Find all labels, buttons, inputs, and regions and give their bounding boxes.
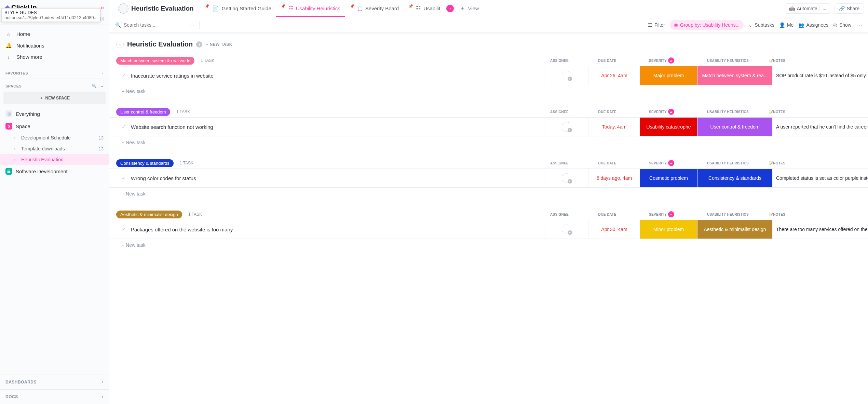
col-severity[interactable]: SEVERITY▲: [633, 109, 690, 115]
tabs-next-button[interactable]: ›: [446, 5, 454, 12]
collapse-list-icon[interactable]: ⌄: [116, 41, 124, 48]
search-more-icon[interactable]: ⋯: [188, 21, 194, 29]
subtasks-button[interactable]: ⌄Subtasks: [748, 22, 774, 28]
severity-cell[interactable]: Usability catastrophe: [640, 118, 697, 136]
sidebar-software-dev[interactable]: ☰ Software Development: [0, 165, 109, 177]
col-notes[interactable]: 📝NOTES: [765, 57, 861, 64]
task-row[interactable]: ✓ Inaccurate service ratings in website …: [109, 66, 868, 85]
severity-cell[interactable]: Cosmetic problem: [640, 169, 697, 187]
task-row[interactable]: ✓ Wrong color codes for status 6 days ag…: [109, 169, 868, 188]
col-notes[interactable]: 📝NOTES: [765, 160, 861, 166]
view-tab[interactable]: 📌▢Severity Board: [345, 0, 404, 17]
add-assignee-icon[interactable]: [562, 71, 571, 80]
status-check-icon[interactable]: ✓: [122, 72, 126, 79]
group-header[interactable]: Match between system & real world 1 TASK…: [109, 55, 868, 66]
chevron-down-icon[interactable]: ⌄: [819, 6, 827, 11]
col-due[interactable]: DUE DATE: [582, 160, 633, 166]
notes-cell[interactable]: A user reported that he can't find the c…: [772, 118, 868, 136]
group-header[interactable]: User control & freedom 1 TASK ASSIGNEE D…: [109, 106, 868, 117]
assignees-button[interactable]: 👥Assignees: [798, 22, 828, 28]
new-task-button[interactable]: + New task: [109, 239, 868, 251]
spaces-search-icon[interactable]: 🔍: [92, 84, 97, 88]
status-check-icon[interactable]: ✓: [122, 124, 126, 130]
notes-cell[interactable]: There are too many services offered on t…: [772, 220, 868, 239]
task-name[interactable]: Wrong color codes for status: [131, 175, 196, 181]
severity-cell[interactable]: Major problem: [640, 66, 697, 85]
sidebar-everything[interactable]: ⊞ Everything: [0, 108, 109, 120]
col-heuristics[interactable]: USABILITY HEURISTICS: [690, 160, 765, 166]
col-heuristics[interactable]: USABILITY HEURISTICS: [690, 211, 765, 217]
notes-cell[interactable]: Completed status is set as color purple …: [772, 169, 868, 187]
due-cell[interactable]: Apr 30, 4am: [588, 220, 640, 239]
col-assignee[interactable]: ASSIGNEE: [537, 160, 582, 166]
sidebar-list-item[interactable]: ○Template downloads13: [0, 143, 109, 154]
due-cell[interactable]: 6 days ago, 4am: [588, 169, 640, 187]
chevron-down-icon[interactable]: ⌄: [100, 84, 104, 88]
view-tab[interactable]: 📌📄Getting Started Guide: [200, 0, 276, 17]
sidebar-list-item[interactable]: ○Heuristic Evaluation: [0, 154, 109, 165]
add-assignee-icon[interactable]: [562, 173, 571, 183]
new-task-button[interactable]: + New task: [109, 136, 868, 149]
heuristic-cell[interactable]: Aesthetic & minimalist design: [697, 220, 772, 239]
view-tab[interactable]: 📌☷Usability Heiuristics: [276, 0, 345, 17]
task-row[interactable]: ✓ Packages offered on the website is too…: [109, 220, 868, 239]
col-due[interactable]: DUE DATE: [582, 109, 633, 115]
view-tab[interactable]: 📌☷Usabilit: [404, 0, 445, 17]
add-assignee-icon[interactable]: [562, 225, 571, 234]
share-button[interactable]: 🔗Share: [835, 3, 864, 14]
sidebar-space[interactable]: S Space: [0, 120, 109, 132]
col-heuristics[interactable]: USABILITY HEURISTICS: [690, 109, 765, 115]
group-header[interactable]: Consistency & standards 1 TASK ASSIGNEE …: [109, 158, 868, 169]
col-heuristics[interactable]: USABILITY HEURISTICS: [690, 57, 765, 64]
col-severity[interactable]: SEVERITY▲: [633, 57, 690, 64]
filter-button[interactable]: ☰Filter: [648, 22, 665, 28]
col-assignee[interactable]: ASSIGNEE: [537, 109, 582, 115]
heuristic-cell[interactable]: Consistency & standards: [697, 169, 772, 187]
info-icon[interactable]: i: [196, 41, 202, 48]
add-assignee-icon[interactable]: [562, 122, 571, 132]
task-search-input[interactable]: [124, 22, 172, 28]
task-name[interactable]: Packages offered on the website is too m…: [131, 227, 233, 232]
sidebar-collapse-icon[interactable]: «: [101, 4, 104, 11]
col-assignee[interactable]: ASSIGNEE: [537, 57, 582, 64]
task-name[interactable]: Website search function not working: [131, 124, 213, 130]
col-severity[interactable]: SEVERITY▲: [633, 211, 690, 217]
me-button[interactable]: 👤Me: [779, 22, 794, 28]
new-task-button[interactable]: + New task: [109, 188, 868, 200]
col-notes[interactable]: 📝NOTES: [765, 211, 861, 217]
show-button[interactable]: ◎Show: [833, 22, 851, 28]
toolbar-more-icon[interactable]: ⋯: [856, 21, 863, 29]
col-due[interactable]: DUE DATE: [582, 57, 633, 64]
assignee-cell[interactable]: [544, 66, 588, 85]
sidebar-nav-show-more[interactable]: ↓Show more: [0, 51, 109, 63]
col-notes[interactable]: 📝NOTES: [765, 109, 861, 115]
status-check-icon[interactable]: ✓: [122, 175, 126, 181]
heuristic-cell[interactable]: User control & freedom: [697, 118, 772, 136]
automate-button[interactable]: 🤖 Automate ⌄: [785, 3, 831, 14]
sidebar-list-item[interactable]: ○Development Schedule13: [0, 132, 109, 143]
task-row[interactable]: ✓ Website search function not working To…: [109, 117, 868, 136]
sidebar-dashboards[interactable]: DASHBOARDS›: [0, 375, 109, 389]
favorites-header[interactable]: FAVORITES›: [5, 71, 104, 75]
group-header[interactable]: Aesthetic & minimalist design 1 TASK ASS…: [109, 209, 868, 220]
heuristic-cell[interactable]: Match between system & rea...: [697, 66, 772, 85]
add-view-button[interactable]: ＋View: [455, 0, 484, 17]
list-title-tab[interactable]: Heuristic Evaluation: [113, 0, 199, 17]
sidebar-nav-home[interactable]: ⌂Home: [0, 28, 109, 40]
task-name[interactable]: Inaccurate service ratings in website: [131, 73, 214, 79]
col-due[interactable]: DUE DATE: [582, 211, 633, 217]
group-by-button[interactable]: ◉Group by: Usability Heuris...: [670, 20, 744, 30]
status-check-icon[interactable]: ✓: [122, 226, 126, 232]
new-task-button[interactable]: + New task: [109, 85, 868, 97]
col-severity[interactable]: SEVERITY▲: [633, 160, 690, 166]
new-task-header-button[interactable]: + NEW TASK: [206, 42, 232, 47]
sidebar-nav-notifications[interactable]: 🔔Notifications: [0, 40, 109, 51]
assignee-cell[interactable]: [544, 220, 588, 239]
new-space-button[interactable]: ＋ NEW SPACE: [3, 92, 106, 104]
sidebar-docs[interactable]: DOCS›: [0, 389, 109, 404]
notes-cell[interactable]: SOP product rate is $10 instead of $5 on…: [772, 66, 868, 85]
severity-cell[interactable]: Minor problem: [640, 220, 697, 239]
assignee-cell[interactable]: [544, 118, 588, 136]
col-assignee[interactable]: ASSIGNEE: [537, 211, 582, 217]
spaces-header[interactable]: SPACES 🔍 ⌄: [5, 84, 104, 88]
